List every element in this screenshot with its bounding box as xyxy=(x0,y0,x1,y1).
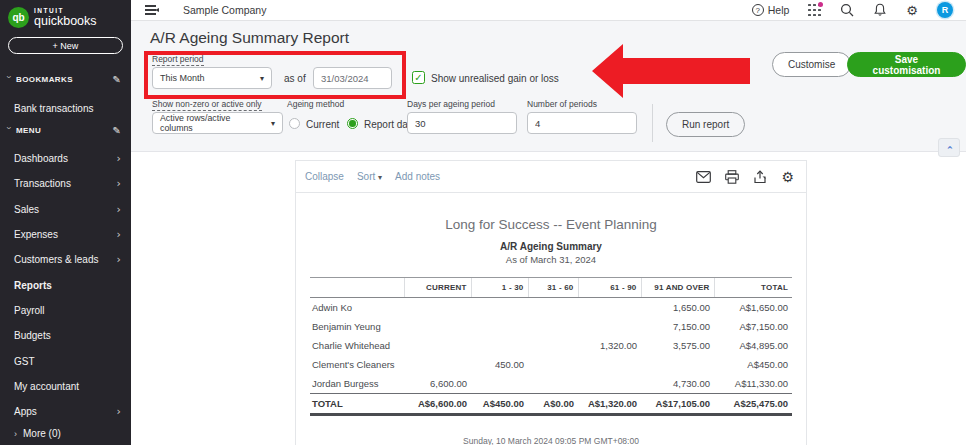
table-header-row: CURRENT 1 - 30 31 - 60 61 - 90 91 AND OV… xyxy=(310,278,792,298)
sidebar-item-reports[interactable]: Reports xyxy=(0,272,131,297)
edit-pencil-icon[interactable]: ✎ xyxy=(113,125,121,136)
menu-section-header[interactable]: › MENU ✎ xyxy=(0,125,131,136)
sidebar-item-transactions[interactable]: Transactions › xyxy=(0,171,131,196)
chevron-right-icon: › xyxy=(117,405,121,418)
sidebar-item-my-accountant[interactable]: My accountant xyxy=(0,374,131,399)
sidebar-menu: Dashboards › Transactions › Sales › Expe… xyxy=(0,146,131,424)
page-title: A/R Ageing Summary Report xyxy=(150,29,349,47)
sidebar-item-label: Transactions xyxy=(14,178,117,189)
export-icon[interactable] xyxy=(753,170,767,184)
ageing-summary-table: CURRENT 1 - 30 31 - 60 61 - 90 91 AND OV… xyxy=(310,277,792,416)
sidebar-item-apps[interactable]: Apps › xyxy=(0,399,131,424)
bookmarks-section-header[interactable]: › BOOKMARKS ✎ xyxy=(0,74,131,85)
cell xyxy=(578,317,641,336)
sidebar-item-label: Dashboards xyxy=(14,153,117,164)
settings-gear-icon[interactable]: ⚙ xyxy=(906,4,918,17)
customer-name[interactable]: Adwin Ko xyxy=(310,298,404,318)
table-row[interactable]: Charlie Whitehead 1,320.00 3,575.00 A$4,… xyxy=(310,336,792,355)
sidebar-item-sales[interactable]: Sales › xyxy=(0,197,131,222)
column-header: 61 - 90 xyxy=(578,278,641,298)
cell xyxy=(528,298,578,318)
sort-link[interactable]: Sort ▾ xyxy=(357,171,382,182)
sidebar-item-gst[interactable]: GST xyxy=(0,348,131,373)
customer-name[interactable]: Benjamin Yeung xyxy=(310,317,404,336)
column-header xyxy=(310,278,404,298)
run-report-button[interactable]: Run report xyxy=(666,112,745,137)
cell: 1,650.00 xyxy=(641,298,714,318)
ageing-current-radio[interactable] xyxy=(289,118,300,129)
cell: A$11,330.00 xyxy=(714,374,792,394)
total-label: TOTAL xyxy=(310,394,404,415)
cell: 3,575.00 xyxy=(641,336,714,355)
cell xyxy=(528,374,578,394)
table-row[interactable]: Clement's Cleaners 450.00 A$450.00 xyxy=(310,355,792,374)
sidebar-item-expenses[interactable]: Expenses › xyxy=(0,222,131,247)
collapse-link[interactable]: Collapse xyxy=(305,171,344,182)
ageing-method-label: Ageing method xyxy=(287,99,344,109)
report-subtitle: As of March 31, 2024 xyxy=(296,254,806,265)
edit-pencil-icon[interactable]: ✎ xyxy=(113,74,121,85)
cell xyxy=(471,336,528,355)
customer-name[interactable]: Jordan Burgess xyxy=(310,374,404,394)
total-cell: A$1,320.00 xyxy=(578,394,641,415)
chevron-right-icon: › xyxy=(14,429,17,439)
email-icon[interactable] xyxy=(696,171,711,183)
ageing-report-date-radio[interactable] xyxy=(347,118,358,129)
as-of-date-input[interactable] xyxy=(313,67,392,89)
sidebar-item-bank-transactions[interactable]: Bank transactions xyxy=(0,99,131,117)
caret-down-icon: ▾ xyxy=(378,173,382,182)
cell xyxy=(404,355,471,374)
sidebar-item-budgets[interactable]: Budgets xyxy=(0,323,131,348)
show-unrealised-label: Show unrealised gain or loss xyxy=(431,73,559,84)
table-row[interactable]: Adwin Ko 1,650.00 A$1,650.00 xyxy=(310,298,792,318)
table-total-row: TOTAL A$6,600.00 A$450.00 A$0.00 A$1,320… xyxy=(310,394,792,415)
sidebar-item-more[interactable]: › More (0) xyxy=(0,428,131,439)
notifications-bell-icon[interactable] xyxy=(873,3,887,17)
cell: 1,320.00 xyxy=(578,336,641,355)
search-icon[interactable] xyxy=(840,3,854,17)
number-of-periods-input[interactable] xyxy=(527,112,637,134)
cell: A$450.00 xyxy=(714,355,792,374)
quickbooks-wordmark: quickbooks xyxy=(34,14,97,28)
report-card: Collapse Sort ▾ Add notes ⚙ Long for Suc… xyxy=(295,160,807,445)
customer-name[interactable]: Charlie Whitehead xyxy=(310,336,404,355)
check-icon: ✓ xyxy=(414,73,422,83)
show-nonzero-select[interactable]: Active rows/active columns ▾ xyxy=(152,112,283,134)
cell xyxy=(578,355,641,374)
table-row[interactable]: Jordan Burgess 6,600.00 4,730.00 A$11,33… xyxy=(310,374,792,394)
cell xyxy=(528,317,578,336)
add-notes-link[interactable]: Add notes xyxy=(395,171,440,182)
sidebar-item-label: More (0) xyxy=(23,428,61,439)
cell: 450.00 xyxy=(471,355,528,374)
report-period-select[interactable]: This Month ▾ xyxy=(152,67,272,89)
quickbooks-app: qb INTUIT quickbooks + New › BOOKMARKS ✎… xyxy=(0,0,966,445)
sidebar-item-label: Expenses xyxy=(14,229,117,240)
sidebar-item-customers-leads[interactable]: Customers & leads › xyxy=(0,247,131,272)
collapse-sidebar-icon[interactable] xyxy=(145,5,159,15)
sidebar-item-label: Reports xyxy=(14,280,121,291)
collapse-filter-panel-button[interactable]: › xyxy=(938,138,960,157)
sidebar-item-payroll[interactable]: Payroll xyxy=(0,298,131,323)
print-icon[interactable] xyxy=(725,170,739,184)
sidebar-item-label: Customers & leads xyxy=(14,254,117,265)
save-customisation-button[interactable]: Save customisation xyxy=(847,52,966,77)
as-of-label: as of xyxy=(284,73,306,84)
table-row[interactable]: Benjamin Yeung 7,150.00 A$7,150.00 xyxy=(310,317,792,336)
help-button[interactable]: ? Help xyxy=(752,4,790,16)
customise-button[interactable]: Customise xyxy=(772,52,851,77)
days-per-period-label: Days per ageing period xyxy=(407,99,495,109)
cell xyxy=(404,336,471,355)
avatar[interactable]: R xyxy=(937,2,953,18)
apps-grid-icon[interactable] xyxy=(808,4,821,17)
column-header: 91 AND OVER xyxy=(641,278,714,298)
customer-name[interactable]: Clement's Cleaners xyxy=(310,355,404,374)
show-unrealised-checkbox[interactable]: ✓ xyxy=(412,71,425,84)
sidebar-item-label: My accountant xyxy=(14,381,121,392)
days-per-period-input[interactable] xyxy=(407,112,517,134)
report-settings-gear-icon[interactable]: ⚙ xyxy=(781,170,794,184)
sidebar-item-dashboards[interactable]: Dashboards › xyxy=(0,146,131,171)
new-button[interactable]: + New xyxy=(8,37,123,54)
ageing-current-label: Current xyxy=(306,119,339,130)
total-cell: A$6,600.00 xyxy=(404,394,471,415)
menu-header-label: MENU xyxy=(16,126,113,135)
